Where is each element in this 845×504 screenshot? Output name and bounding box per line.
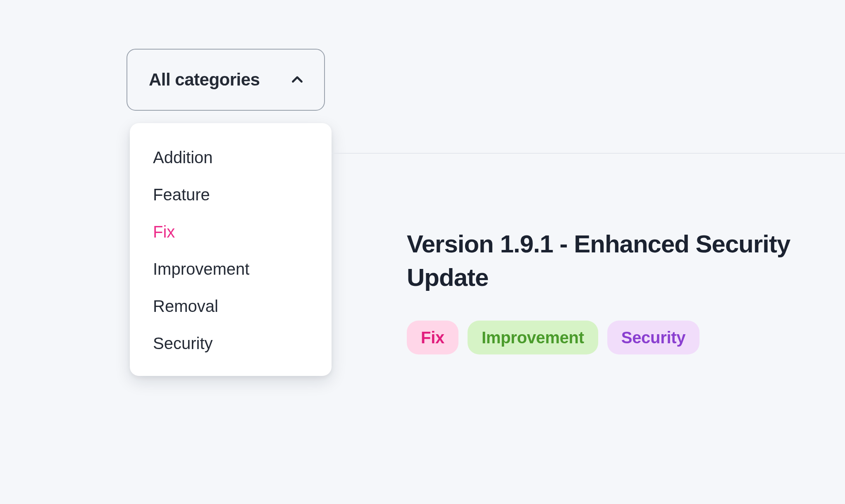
category-option-label: Fix [153,223,175,241]
category-option-feature[interactable]: Feature [130,176,332,213]
tag-security[interactable]: Security [607,321,699,354]
entry-title: Version 1.9.1 - Enhanced Security Update [407,227,804,294]
page-root: All categories Addition Feature Fix Impr… [0,0,845,504]
category-option-improvement[interactable]: Improvement [130,250,332,288]
tag-fix[interactable]: Fix [407,321,458,354]
tag-improvement[interactable]: Improvement [468,321,598,354]
category-option-security[interactable]: Security [130,325,332,362]
section-divider [332,153,845,154]
category-option-addition[interactable]: Addition [130,139,332,176]
category-option-label: Feature [153,185,210,204]
changelog-entry: Version 1.9.1 - Enhanced Security Update… [407,227,820,354]
entry-tags: Fix Improvement Security [407,321,820,354]
category-filter-label: All categories [149,70,260,90]
category-filter-menu: Addition Feature Fix Improvement Removal… [130,123,332,376]
category-option-label: Improvement [153,260,249,278]
category-option-removal[interactable]: Removal [130,288,332,325]
category-option-label: Security [153,334,213,352]
category-option-label: Removal [153,297,218,315]
category-filter-dropdown[interactable]: All categories [127,49,325,111]
category-option-fix[interactable]: Fix [130,213,332,250]
chevron-up-icon [289,72,305,88]
category-option-label: Addition [153,148,213,166]
